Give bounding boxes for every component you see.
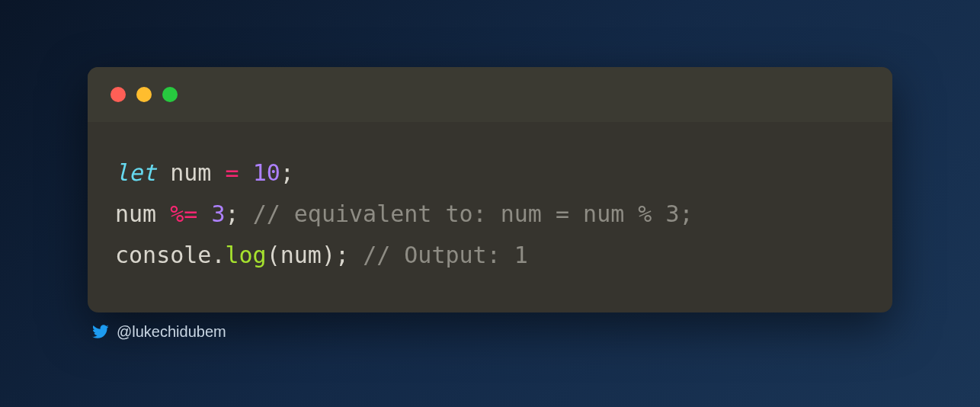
code-snippet-card: let num = 10; num %= 3; // equivalent to… xyxy=(88,67,892,341)
punctuation: ; xyxy=(226,200,239,227)
twitter-icon xyxy=(92,323,109,340)
punctuation: ( xyxy=(267,242,280,268)
code-block: let num = 10; num %= 3; // equivalent to… xyxy=(88,122,892,312)
operator: %= xyxy=(170,200,197,227)
code-line: let num = 10; xyxy=(115,159,294,186)
keyword: let xyxy=(115,159,156,186)
twitter-handle[interactable]: @lukechidubem xyxy=(117,323,226,341)
code-window: let num = 10; num %= 3; // equivalent to… xyxy=(88,67,892,312)
operator: = xyxy=(226,159,239,186)
code-line: num %= 3; // equivalent to: num = num % … xyxy=(115,200,693,227)
punctuation: ; xyxy=(280,159,294,186)
number-literal: 3 xyxy=(211,200,225,227)
attribution: @lukechidubem xyxy=(88,323,892,341)
comment: // Output: 1 xyxy=(363,242,528,268)
function-name: log xyxy=(226,242,267,268)
number-literal: 10 xyxy=(253,159,280,186)
code-line: console.log(num); // Output: 1 xyxy=(115,242,528,268)
window-titlebar xyxy=(88,67,892,122)
close-icon[interactable] xyxy=(110,87,126,102)
minimize-icon[interactable] xyxy=(136,87,152,102)
punctuation: . xyxy=(211,242,225,268)
argument: num xyxy=(280,242,322,268)
punctuation: ) xyxy=(322,242,335,268)
identifier: console xyxy=(115,242,211,268)
maximize-icon[interactable] xyxy=(162,87,178,102)
identifier: num xyxy=(115,200,156,227)
punctuation: ; xyxy=(335,242,349,268)
identifier: num xyxy=(170,159,211,186)
comment: // equivalent to: num = num % 3; xyxy=(253,200,693,227)
